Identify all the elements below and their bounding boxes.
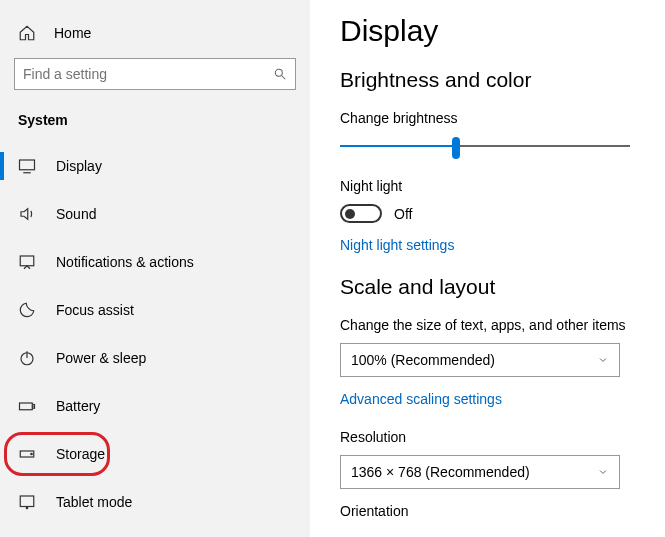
sidebar-item-label: Tablet mode bbox=[56, 494, 132, 510]
sidebar-section-header: System bbox=[14, 112, 296, 142]
sidebar-item-label: Battery bbox=[56, 398, 100, 414]
sidebar: Home System Display Sound Notifications … bbox=[0, 0, 310, 537]
svg-point-0 bbox=[275, 69, 282, 76]
slider-thumb[interactable] bbox=[452, 137, 460, 159]
search-icon bbox=[273, 67, 287, 81]
sidebar-item-label: Sound bbox=[56, 206, 96, 222]
sidebar-item-tablet-mode[interactable]: Tablet mode bbox=[0, 478, 310, 526]
night-light-settings-link[interactable]: Night light settings bbox=[340, 237, 454, 253]
focus-assist-icon bbox=[18, 301, 36, 319]
sidebar-item-label: Focus assist bbox=[56, 302, 134, 318]
svg-rect-7 bbox=[20, 403, 33, 410]
scale-label: Change the size of text, apps, and other… bbox=[340, 317, 665, 333]
nav-home[interactable]: Home bbox=[14, 18, 296, 58]
sidebar-item-label: Display bbox=[56, 158, 102, 174]
night-light-state: Off bbox=[394, 206, 412, 222]
svg-rect-4 bbox=[20, 256, 34, 266]
battery-icon bbox=[18, 397, 36, 415]
svg-point-10 bbox=[31, 453, 33, 455]
brightness-label: Change brightness bbox=[340, 110, 665, 126]
tablet-icon bbox=[18, 493, 36, 511]
slider-fill bbox=[340, 145, 456, 147]
sidebar-item-notifications[interactable]: Notifications & actions bbox=[0, 238, 310, 286]
scale-value: 100% (Recommended) bbox=[351, 352, 495, 368]
chevron-down-icon bbox=[597, 354, 609, 366]
resolution-value: 1366 × 768 (Recommended) bbox=[351, 464, 530, 480]
page-title: Display bbox=[340, 14, 665, 48]
sidebar-item-battery[interactable]: Battery bbox=[0, 382, 310, 430]
power-icon bbox=[18, 349, 36, 367]
svg-line-1 bbox=[282, 76, 286, 80]
night-light-toggle[interactable] bbox=[340, 204, 382, 223]
sidebar-nav: Display Sound Notifications & actions Fo… bbox=[0, 142, 310, 526]
display-icon bbox=[18, 157, 36, 175]
resolution-dropdown[interactable]: 1366 × 768 (Recommended) bbox=[340, 455, 620, 489]
svg-rect-11 bbox=[20, 496, 34, 507]
night-light-label: Night light bbox=[340, 178, 665, 194]
sidebar-item-storage[interactable]: Storage bbox=[0, 430, 310, 478]
sidebar-item-power-sleep[interactable]: Power & sleep bbox=[0, 334, 310, 382]
brightness-slider[interactable] bbox=[340, 136, 630, 158]
sidebar-item-display[interactable]: Display bbox=[0, 142, 310, 190]
search-box[interactable] bbox=[14, 58, 296, 90]
sidebar-item-label: Notifications & actions bbox=[56, 254, 194, 270]
svg-rect-2 bbox=[20, 160, 35, 170]
sidebar-item-sound[interactable]: Sound bbox=[0, 190, 310, 238]
chevron-down-icon bbox=[597, 466, 609, 478]
scale-heading: Scale and layout bbox=[340, 275, 665, 299]
search-input[interactable] bbox=[23, 66, 273, 82]
nav-home-label: Home bbox=[54, 25, 91, 41]
sound-icon bbox=[18, 205, 36, 223]
notifications-icon bbox=[18, 253, 36, 271]
orientation-label: Orientation bbox=[340, 503, 665, 519]
svg-rect-8 bbox=[33, 405, 35, 409]
main-panel: Display Brightness and color Change brig… bbox=[310, 0, 665, 537]
brightness-heading: Brightness and color bbox=[340, 68, 665, 92]
toggle-knob bbox=[345, 209, 355, 219]
sidebar-item-label: Storage bbox=[56, 446, 105, 462]
sidebar-item-label: Power & sleep bbox=[56, 350, 146, 366]
sidebar-item-focus-assist[interactable]: Focus assist bbox=[0, 286, 310, 334]
scale-dropdown[interactable]: 100% (Recommended) bbox=[340, 343, 620, 377]
resolution-label: Resolution bbox=[340, 429, 665, 445]
home-icon bbox=[18, 24, 36, 42]
advanced-scaling-link[interactable]: Advanced scaling settings bbox=[340, 391, 502, 407]
storage-icon bbox=[18, 445, 36, 463]
svg-point-12 bbox=[26, 507, 28, 509]
